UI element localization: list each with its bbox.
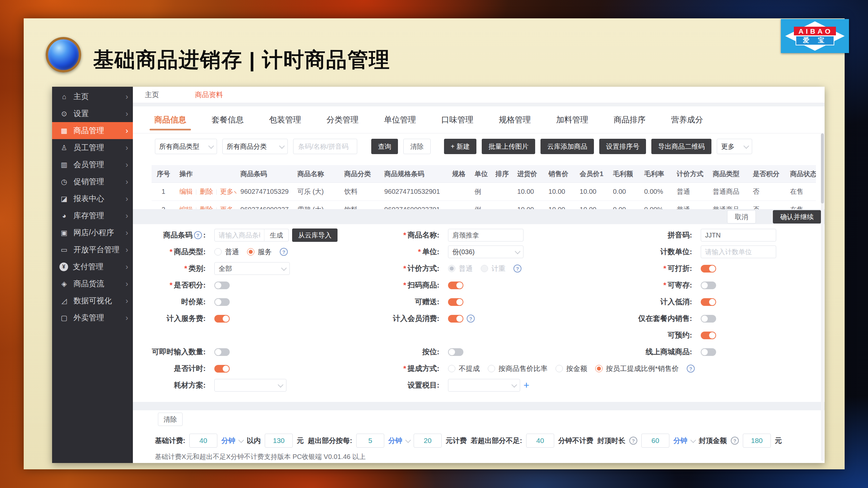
help-icon[interactable]: ? bbox=[687, 365, 695, 372]
sidebar-item-members[interactable]: ▥会员管理› bbox=[52, 156, 133, 173]
delete-link[interactable]: 删除 bbox=[199, 188, 213, 195]
combo-only-toggle[interactable] bbox=[701, 315, 716, 323]
count-unit-input[interactable] bbox=[701, 246, 776, 258]
base-minutes-input[interactable] bbox=[189, 434, 217, 448]
category-select[interactable]: 全部 bbox=[214, 262, 290, 275]
sidebar-item-logistics[interactable]: ◈商品货流› bbox=[52, 275, 133, 292]
base-minute-unit-select[interactable]: 分钟 bbox=[221, 436, 243, 445]
confirm-continue-button[interactable]: 确认并继续 bbox=[773, 210, 821, 224]
by-seat-toggle[interactable] bbox=[448, 348, 463, 356]
generate-barcode-button[interactable]: 生成 bbox=[264, 229, 289, 241]
more-link[interactable]: 更多 bbox=[220, 188, 234, 195]
col-actions: 操作 bbox=[175, 165, 236, 183]
points-toggle[interactable] bbox=[214, 282, 230, 289]
service-fee-toggle[interactable] bbox=[214, 315, 230, 323]
excess-minute-unit-select[interactable]: 分钟 bbox=[388, 436, 410, 445]
sidebar-item-payment[interactable]: ¥支付管理› bbox=[52, 258, 133, 275]
search-input[interactable] bbox=[293, 139, 357, 154]
scan-product-toggle[interactable] bbox=[448, 282, 463, 289]
more-dropdown[interactable]: 更多 bbox=[717, 139, 752, 154]
discountable-toggle[interactable] bbox=[701, 265, 716, 272]
online-mall-toggle[interactable] bbox=[701, 348, 716, 356]
query-button[interactable]: 查询 bbox=[371, 139, 398, 154]
add-tax-icon[interactable]: + bbox=[524, 380, 529, 390]
clear-button[interactable]: 清除 bbox=[403, 139, 431, 154]
tab-packaging[interactable]: 包装管理 bbox=[269, 106, 301, 133]
excess-minutes-input[interactable] bbox=[356, 434, 384, 448]
unit-select[interactable]: 份(036) bbox=[448, 246, 524, 258]
tab-product-sort[interactable]: 商品排序 bbox=[614, 106, 646, 133]
sidebar-item-home[interactable]: ⌂主页› bbox=[52, 88, 133, 105]
help-icon[interactable]: ? bbox=[629, 436, 637, 445]
billing-clear-button[interactable]: 清除 bbox=[158, 413, 183, 426]
new-button[interactable]: + 新建 bbox=[444, 139, 476, 154]
radio-staff-ratio-commission[interactable] bbox=[595, 365, 602, 372]
sidebar-item-open-platform[interactable]: ▭开放平台管理› bbox=[52, 241, 133, 258]
breadcrumb-product-data[interactable]: 商品资料 bbox=[195, 90, 223, 99]
cap-minute-unit-select[interactable]: 分钟 bbox=[673, 436, 695, 445]
sidebar-item-takeout[interactable]: ▢外卖管理› bbox=[52, 309, 133, 326]
tab-combo-info[interactable]: 套餐信息 bbox=[212, 106, 244, 133]
radio-normal[interactable] bbox=[214, 248, 222, 256]
help-icon[interactable]: ? bbox=[731, 436, 739, 445]
batch-upload-images-button[interactable]: 批量上传图片 bbox=[482, 139, 535, 154]
radio-pricing-normal[interactable] bbox=[448, 265, 455, 272]
cap-amount-input[interactable] bbox=[743, 434, 771, 448]
help-icon[interactable]: ? bbox=[194, 231, 202, 239]
member-consume-toggle[interactable] bbox=[448, 315, 463, 323]
product-category-filter-select[interactable]: 所有商品分类 bbox=[222, 139, 288, 154]
deposit-toggle[interactable] bbox=[701, 282, 716, 289]
barcode-input[interactable] bbox=[214, 229, 265, 241]
sidebar-item-inventory[interactable]: ◕库存管理› bbox=[52, 207, 133, 224]
cancel-button[interactable]: 取消 bbox=[727, 210, 756, 224]
time-price-toggle[interactable] bbox=[214, 298, 230, 306]
shortfall-minutes-input[interactable] bbox=[526, 434, 554, 448]
edit-link[interactable]: 编辑 bbox=[179, 188, 193, 195]
cloud-import-button[interactable]: 从云库导入 bbox=[292, 228, 338, 242]
min-consume-toggle[interactable] bbox=[701, 298, 716, 306]
sidebar-item-staff[interactable]: ♙员工管理› bbox=[52, 139, 133, 156]
cloud-add-product-button[interactable]: 云库添加商品 bbox=[540, 139, 594, 154]
vertical-scrollbar[interactable] bbox=[821, 133, 824, 461]
pinyin-input[interactable] bbox=[701, 229, 776, 241]
product-edit-overlay: 取消 确认并继续 商品条码?: 生成 从云库导入 商品名称: 拼音码: bbox=[133, 209, 825, 463]
consumable-plan-select[interactable] bbox=[214, 379, 286, 392]
giftable-toggle[interactable] bbox=[448, 298, 463, 306]
tab-nutrition[interactable]: 营养成分 bbox=[671, 106, 703, 133]
cap-time-input[interactable] bbox=[641, 434, 669, 448]
base-amount-input[interactable] bbox=[265, 434, 293, 448]
help-icon[interactable]: ? bbox=[467, 315, 475, 323]
radio-price-ratio-commission[interactable] bbox=[488, 365, 495, 372]
export-qr-button[interactable]: 导出商品二维码 bbox=[651, 139, 711, 154]
help-icon[interactable]: ? bbox=[514, 264, 522, 272]
sidebar-item-settings[interactable]: ⊙设置› bbox=[52, 105, 133, 122]
product-name-input[interactable] bbox=[448, 229, 524, 241]
scrollbar-thumb[interactable] bbox=[821, 133, 824, 203]
sidebar-item-reports[interactable]: ◪报表中心› bbox=[52, 190, 133, 207]
sidebar-item-product-management[interactable]: ▦商品管理› bbox=[52, 122, 133, 139]
sidebar-item-promotions[interactable]: ◷促销管理› bbox=[52, 173, 133, 190]
radio-service[interactable] bbox=[247, 248, 254, 256]
radio-pricing-weight[interactable] bbox=[481, 265, 488, 272]
instant-qty-toggle[interactable] bbox=[214, 348, 230, 356]
tab-categories[interactable]: 分类管理 bbox=[327, 106, 359, 133]
help-icon[interactable]: ? bbox=[280, 248, 288, 256]
timed-toggle[interactable] bbox=[214, 365, 230, 372]
tab-specs[interactable]: 规格管理 bbox=[499, 106, 531, 133]
tab-toppings[interactable]: 加料管理 bbox=[556, 106, 588, 133]
tax-select[interactable] bbox=[448, 379, 520, 392]
reservable-toggle[interactable] bbox=[701, 331, 716, 339]
tab-units[interactable]: 单位管理 bbox=[384, 106, 416, 133]
sidebar-item-online-store[interactable]: ▣网店/小程序› bbox=[52, 224, 133, 241]
chevron-right-icon: › bbox=[126, 178, 128, 186]
sidebar-item-data-visualization[interactable]: ◿数据可视化› bbox=[52, 292, 133, 309]
set-sort-number-button[interactable]: 设置排序号 bbox=[599, 139, 646, 154]
breadcrumb-home[interactable]: 主页 bbox=[145, 90, 159, 99]
tab-flavors[interactable]: 口味管理 bbox=[441, 106, 473, 133]
radio-amount-commission[interactable] bbox=[556, 365, 563, 372]
chevron-down-icon bbox=[208, 143, 214, 149]
tab-product-info[interactable]: 商品信息 bbox=[154, 106, 186, 133]
excess-amount-input[interactable] bbox=[414, 434, 442, 448]
radio-no-commission[interactable] bbox=[448, 365, 455, 372]
product-type-filter-select[interactable]: 所有商品类型 bbox=[155, 139, 217, 154]
